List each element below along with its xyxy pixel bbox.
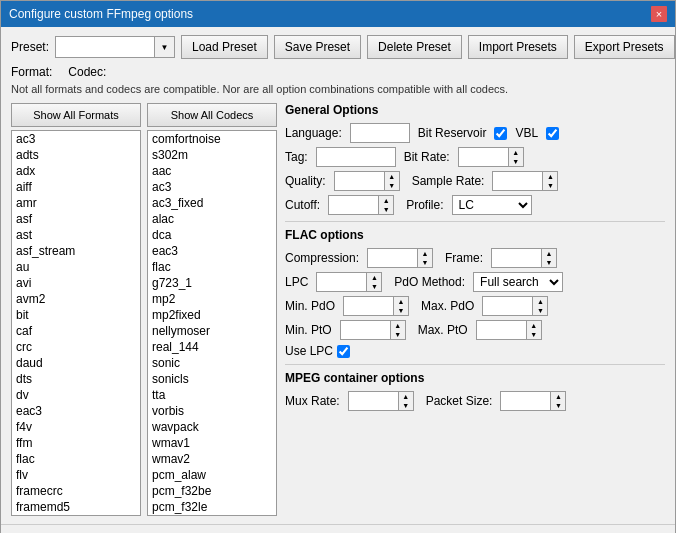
cutoff-up[interactable]: ▲: [379, 196, 393, 205]
lpc-input[interactable]: 0: [316, 272, 366, 292]
pdo-method-select[interactable]: Full search None Levinson-Durbin: [473, 272, 563, 292]
codec-list-item[interactable]: pcm_f32be: [148, 483, 276, 499]
format-list-item[interactable]: flv: [12, 467, 140, 483]
codec-list-item[interactable]: comfortnoise: [148, 131, 276, 147]
use-lpc-checkbox[interactable]: [337, 345, 350, 358]
max-pdo-down[interactable]: ▼: [533, 306, 547, 315]
codec-list-item[interactable]: ac3: [148, 179, 276, 195]
min-pto-input[interactable]: -1: [340, 320, 390, 340]
bit-reservoir-checkbox[interactable]: [494, 127, 507, 140]
format-list-item[interactable]: framecrc: [12, 483, 140, 499]
max-pto-input[interactable]: -1: [476, 320, 526, 340]
compression-input[interactable]: 0: [367, 248, 417, 268]
frame-up[interactable]: ▲: [542, 249, 556, 258]
sample-rate-up[interactable]: ▲: [543, 172, 557, 181]
vbl-checkbox[interactable]: [546, 127, 559, 140]
format-list-item[interactable]: asf: [12, 211, 140, 227]
format-list-item[interactable]: dv: [12, 387, 140, 403]
close-button[interactable]: ×: [651, 6, 667, 22]
format-list-item[interactable]: crc: [12, 339, 140, 355]
delete-preset-button[interactable]: Delete Preset: [367, 35, 462, 59]
bit-rate-input[interactable]: 0: [458, 147, 508, 167]
codec-list-item[interactable]: dca: [148, 227, 276, 243]
frame-input[interactable]: 0: [491, 248, 541, 268]
mux-rate-up[interactable]: ▲: [399, 392, 413, 401]
format-list-item[interactable]: adts: [12, 147, 140, 163]
preset-input[interactable]: [55, 36, 155, 58]
codec-list-item[interactable]: eac3: [148, 243, 276, 259]
lpc-up[interactable]: ▲: [367, 273, 381, 282]
min-pdo-input[interactable]: -1: [343, 296, 393, 316]
codec-list-item[interactable]: nellymoser: [148, 323, 276, 339]
codec-list-item[interactable]: alac: [148, 211, 276, 227]
max-pdo-input[interactable]: -1: [482, 296, 532, 316]
codec-list-item[interactable]: g723_1: [148, 275, 276, 291]
format-list-item[interactable]: ast: [12, 227, 140, 243]
preset-dropdown-arrow[interactable]: ▼: [155, 36, 175, 58]
format-list-item[interactable]: adx: [12, 163, 140, 179]
codec-list-item[interactable]: sonicls: [148, 371, 276, 387]
export-presets-button[interactable]: Export Presets: [574, 35, 675, 59]
codec-list-item[interactable]: sonic: [148, 355, 276, 371]
min-pto-down[interactable]: ▼: [391, 330, 405, 339]
min-pto-up[interactable]: ▲: [391, 321, 405, 330]
codec-list-item[interactable]: mp2fixed: [148, 307, 276, 323]
codec-list-item[interactable]: ac3_fixed: [148, 195, 276, 211]
language-input[interactable]: [350, 123, 410, 143]
codec-list-item[interactable]: mp2: [148, 291, 276, 307]
lpc-down[interactable]: ▼: [367, 282, 381, 291]
sample-rate-down[interactable]: ▼: [543, 181, 557, 190]
codec-list-item[interactable]: real_144: [148, 339, 276, 355]
format-list-item[interactable]: flac: [12, 451, 140, 467]
packet-size-up[interactable]: ▲: [551, 392, 565, 401]
save-preset-button[interactable]: Save Preset: [274, 35, 361, 59]
codec-list-item[interactable]: aac: [148, 163, 276, 179]
codec-list-item[interactable]: pcm_f32le: [148, 499, 276, 515]
max-pto-up[interactable]: ▲: [527, 321, 541, 330]
mux-rate-down[interactable]: ▼: [399, 401, 413, 410]
format-list-item[interactable]: aiff: [12, 179, 140, 195]
codecs-listbox[interactable]: comfortnoises302maacac3ac3_fixedalacdcae…: [147, 130, 277, 516]
compression-down[interactable]: ▼: [418, 258, 432, 267]
codec-list-item[interactable]: wavpack: [148, 419, 276, 435]
codec-list-item[interactable]: wmav2: [148, 451, 276, 467]
cutoff-input[interactable]: 0: [328, 195, 378, 215]
format-list-item[interactable]: bit: [12, 307, 140, 323]
bit-rate-up[interactable]: ▲: [509, 148, 523, 157]
quality-input[interactable]: 0: [334, 171, 384, 191]
format-list-item[interactable]: avi: [12, 275, 140, 291]
min-pdo-up[interactable]: ▲: [394, 297, 408, 306]
mux-rate-input[interactable]: 0: [348, 391, 398, 411]
format-list-item[interactable]: framemd5: [12, 499, 140, 515]
max-pto-down[interactable]: ▼: [527, 330, 541, 339]
format-list-item[interactable]: amr: [12, 195, 140, 211]
frame-down[interactable]: ▼: [542, 258, 556, 267]
format-list-item[interactable]: daud: [12, 355, 140, 371]
format-list-item[interactable]: au: [12, 259, 140, 275]
quality-down[interactable]: ▼: [385, 181, 399, 190]
formats-listbox[interactable]: ac3adtsadxaiffamrasfastasf_streamauaviav…: [11, 130, 141, 516]
sample-rate-input[interactable]: 0: [492, 171, 542, 191]
tag-input[interactable]: [316, 147, 396, 167]
quality-up[interactable]: ▲: [385, 172, 399, 181]
cutoff-down[interactable]: ▼: [379, 205, 393, 214]
codec-list-item[interactable]: tta: [148, 387, 276, 403]
codec-list-item[interactable]: pcm_alaw: [148, 467, 276, 483]
codec-list-item[interactable]: wmav1: [148, 435, 276, 451]
compression-up[interactable]: ▲: [418, 249, 432, 258]
format-list-item[interactable]: asf_stream: [12, 243, 140, 259]
packet-size-down[interactable]: ▼: [551, 401, 565, 410]
format-list-item[interactable]: ffm: [12, 435, 140, 451]
load-preset-button[interactable]: Load Preset: [181, 35, 268, 59]
format-list-item[interactable]: eac3: [12, 403, 140, 419]
bit-rate-down[interactable]: ▼: [509, 157, 523, 166]
show-all-formats-button[interactable]: Show All Formats: [11, 103, 141, 127]
codec-list-item[interactable]: s302m: [148, 147, 276, 163]
format-list-item[interactable]: caf: [12, 323, 140, 339]
format-list-item[interactable]: avm2: [12, 291, 140, 307]
profile-select[interactable]: LC HE-AAC HE-AACv2 LD ELD: [452, 195, 532, 215]
show-all-codecs-button[interactable]: Show All Codecs: [147, 103, 277, 127]
packet-size-input[interactable]: 0: [500, 391, 550, 411]
codec-list-item[interactable]: vorbis: [148, 403, 276, 419]
format-list-item[interactable]: ac3: [12, 131, 140, 147]
